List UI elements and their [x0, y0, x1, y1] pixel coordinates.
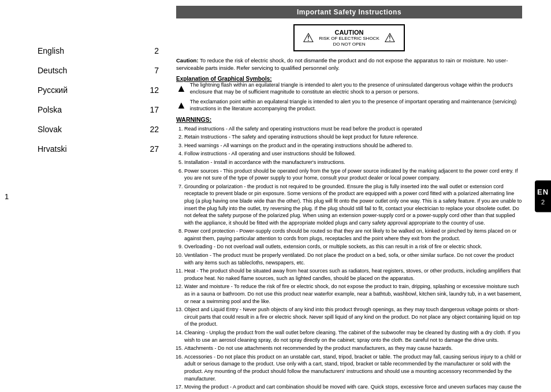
warning-item: Power cord protection - Power-supply cor…: [184, 227, 522, 242]
page-header: Important Safety Instructions: [176, 6, 522, 18]
warning-item: Ventilation - The product must be proper…: [184, 252, 522, 266]
caution-box: ⚠ CAUTION RISK OF ELECTRIC SHOCK DO NOT …: [293, 24, 404, 51]
toc-language: Deutsch: [38, 66, 67, 75]
content-panel: Important Safety Instructions ⚠ CAUTION …: [170, 0, 531, 392]
warnings-heading: WARNINGS:: [176, 116, 522, 123]
toc-item: Slovak 22: [38, 125, 159, 134]
warning-item: Grounding or polarization - the product …: [184, 183, 522, 227]
toc-item: English 2: [38, 46, 159, 55]
caution-body-content: To reduce the risk of electric shock, do…: [176, 57, 508, 71]
warning-item: Accessories - Do not place this product …: [184, 353, 522, 382]
warning-item: Retain Instructions - The safety and ope…: [184, 133, 522, 141]
warning-item: Power sources - This product should be o…: [184, 167, 522, 182]
exclamation-triangle-icon: ▲: [176, 99, 187, 112]
graphical-symbol-2-text: The exclamation point within an equilate…: [190, 99, 522, 112]
language-tab: EN 2: [535, 180, 551, 212]
toc-language: Polska: [38, 105, 62, 114]
warning-item: Installation - Install in accordance wit…: [184, 159, 522, 166]
caution-left-icon: ⚠: [303, 31, 314, 46]
toc-page-number: 27: [150, 144, 159, 154]
graphical-symbol-2: ▲ The exclamation point within an equila…: [176, 99, 522, 112]
caution-text: CAUTION RISK OF ELECTRIC SHOCK DO NOT OP…: [319, 29, 379, 47]
toc-language: Slovak: [38, 125, 62, 134]
lightning-triangle-icon: ▲: [176, 83, 187, 95]
warning-item: Water and moisture - To reduce the risk …: [184, 283, 522, 305]
caution-right-icon: ⚠: [384, 31, 396, 46]
toc-item: Polska 17: [38, 105, 159, 114]
toc-page-number: 17: [150, 105, 159, 114]
warning-item: Moving the product - A product and cart …: [184, 383, 522, 392]
toc-item: Hrvatski 27: [38, 144, 159, 154]
caution-label: Caution:: [176, 57, 199, 64]
graphical-symbols-heading: Explanation of Graphical Symbols:: [176, 76, 522, 82]
warning-item: Cleaning - Unplug the product from the w…: [184, 329, 522, 344]
caution-body-text: Caution: To reduce the risk of electric …: [176, 57, 522, 72]
caution-title: CAUTION: [319, 29, 379, 36]
warning-item: Attachments - Do not use attachments not…: [184, 345, 522, 352]
warning-item: Heed warnings - All warnings on the prod…: [184, 142, 522, 150]
tab-page-number: 2: [541, 198, 545, 205]
graphical-symbol-1: ▲ The lightning flash within an equilate…: [176, 82, 522, 95]
caution-line1: RISK OF ELECTRIC SHOCK: [319, 36, 379, 42]
caution-line2: DO NOT OPEN: [319, 42, 379, 47]
tab-lang-code: EN: [537, 187, 549, 196]
warning-item: Heat - The product should be situated aw…: [184, 267, 522, 282]
left-page-number: 1: [5, 192, 9, 200]
warning-item: Object and Liquid Entry - Never push obj…: [184, 306, 522, 328]
caution-box-container: ⚠ CAUTION RISK OF ELECTRIC SHOCK DO NOT …: [176, 24, 522, 51]
toc-language: Русский: [38, 85, 68, 95]
warning-item: Read instructions - All the safety and o…: [184, 125, 522, 133]
toc-language: Hrvatski: [38, 144, 67, 154]
warning-item: Follow instructions - All operating and …: [184, 150, 522, 158]
table-of-contents: English 2 Deutsch 7 Русский 12 Polska 17…: [20, 0, 170, 392]
toc-language: English: [38, 46, 64, 55]
toc-page-number: 2: [154, 46, 159, 55]
toc-item: Deutsch 7: [38, 66, 159, 75]
warning-item: Overloading - Do not overload wall outle…: [184, 243, 522, 251]
warnings-list: Read instructions - All the safety and o…: [176, 125, 522, 392]
toc-page-number: 7: [154, 66, 159, 75]
toc-page-number: 12: [150, 85, 159, 95]
toc-item: Русский 12: [38, 85, 159, 95]
graphical-symbol-1-text: The lightning flash within an equilatera…: [190, 82, 522, 95]
toc-page-number: 22: [150, 125, 159, 134]
